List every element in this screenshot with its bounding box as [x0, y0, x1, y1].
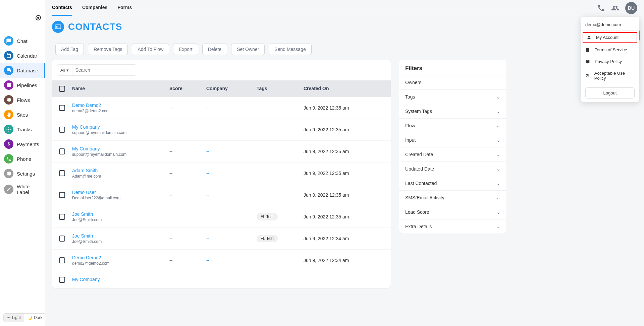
- search-input[interactable]: [72, 65, 137, 75]
- set-owner-button[interactable]: Set Owner: [231, 44, 265, 55]
- contact-name-link[interactable]: My Company: [72, 146, 169, 151]
- cell-company[interactable]: --: [206, 236, 257, 241]
- row-checkbox[interactable]: [59, 127, 65, 133]
- sidebar-item-calendar[interactable]: Calendar: [0, 48, 45, 63]
- col-tags[interactable]: Tags: [257, 86, 304, 92]
- tab-forms[interactable]: Forms: [117, 0, 132, 16]
- sidebar-item-settings[interactable]: Settings: [0, 166, 45, 181]
- menu-acceptable-use-policy[interactable]: Acceptable Use Policy: [581, 67, 639, 84]
- add-tag-button[interactable]: Add Tag: [55, 44, 84, 55]
- menu-item-label: Acceptable Use Policy: [594, 71, 635, 81]
- cell-created: Jun 9, 2022 12:35 am: [304, 105, 377, 111]
- export-button[interactable]: Export: [173, 44, 198, 55]
- filter-tags[interactable]: Tags⌄: [399, 89, 506, 104]
- menu-privacy-policy[interactable]: Privacy Policy: [581, 56, 639, 67]
- theme-dark-button[interactable]: 🌙 Dark: [24, 314, 46, 322]
- contact-email: support@myemaildomain.com: [72, 152, 169, 157]
- sidebar-item-chat[interactable]: Chat: [0, 34, 45, 48]
- contact-name-link[interactable]: Joe Smith: [72, 233, 169, 239]
- row-checkbox[interactable]: [59, 236, 65, 242]
- open-book-icon: [585, 59, 591, 64]
- filter-system-tags[interactable]: System Tags⌄: [399, 104, 506, 118]
- sidebar-item-payments[interactable]: $Payments: [0, 137, 45, 151]
- col-score[interactable]: Score: [169, 86, 206, 92]
- filter-last-contacted[interactable]: Last Contacted⌄: [399, 176, 506, 190]
- sidebar-item-label: Payments: [17, 141, 39, 147]
- cell-created: Jun 9, 2022 12:34 am: [304, 258, 377, 263]
- contact-name-link[interactable]: My Company: [72, 124, 169, 130]
- filter-flow[interactable]: Flow⌄: [399, 118, 506, 133]
- cell-company[interactable]: --: [206, 127, 257, 132]
- tab-contacts[interactable]: Contacts: [52, 0, 72, 16]
- sidebar-item-pipelines[interactable]: Pipelines: [0, 78, 45, 92]
- cell-company[interactable]: --: [206, 258, 257, 263]
- sidebar-item-label: Chat: [17, 38, 28, 44]
- chevron-down-icon: ⌄: [496, 209, 500, 215]
- filter-input[interactable]: Input⌄: [399, 133, 506, 147]
- phone-icon[interactable]: [597, 4, 605, 12]
- sidebar-item-white-label[interactable]: White Label: [0, 181, 45, 198]
- filter-label: Created Date: [405, 152, 433, 157]
- sidebar-item-phone[interactable]: Phone: [0, 151, 45, 166]
- chat-icon: [4, 36, 13, 46]
- sidebar-item-database[interactable]: Database: [0, 63, 45, 78]
- filter-extra-details[interactable]: Extra Details⌄: [399, 219, 506, 234]
- contacts-icon[interactable]: [611, 4, 619, 12]
- sidebar-item-label: Calendar: [17, 53, 37, 59]
- remove-tags-button[interactable]: Remove Tags: [88, 44, 128, 55]
- contact-name-link[interactable]: Demo Demo2: [72, 103, 169, 108]
- chevron-down-icon: ⌄: [496, 137, 500, 143]
- search-filter-dropdown[interactable]: All ▾: [57, 65, 72, 75]
- cell-company[interactable]: --: [206, 192, 257, 198]
- col-created[interactable]: Created On: [304, 86, 377, 92]
- contact-name-link[interactable]: My Company: [72, 277, 169, 282]
- filter-sms-email-activity[interactable]: SMS/Email Activity⌄: [399, 190, 506, 205]
- row-checkbox[interactable]: [59, 277, 65, 283]
- col-company[interactable]: Company: [206, 86, 257, 92]
- col-name[interactable]: Name: [72, 86, 169, 92]
- table-row: Joe SmithJoe@Smith.com -- -- FL Test Jun…: [52, 228, 391, 250]
- filter-updated-date[interactable]: Updated Date⌄: [399, 161, 506, 176]
- contact-name-link[interactable]: Demo User: [72, 190, 169, 195]
- row-checkbox[interactable]: [59, 148, 65, 154]
- select-all-checkbox[interactable]: [59, 86, 65, 92]
- user-menu-dropdown: demo@demo.com My AccountTerms of Service…: [581, 17, 639, 102]
- filter-created-date[interactable]: Created Date⌄: [399, 147, 506, 161]
- row-checkbox[interactable]: [59, 170, 65, 176]
- cell-company[interactable]: --: [206, 171, 257, 176]
- theme-light-button[interactable]: ☀ Light: [4, 314, 24, 322]
- filter-owners[interactable]: Owners: [399, 75, 506, 89]
- calendar-icon: [4, 51, 13, 60]
- cell-score: --: [169, 258, 206, 263]
- logout-button[interactable]: Logout: [585, 87, 635, 99]
- row-checkbox[interactable]: [59, 105, 65, 111]
- row-checkbox[interactable]: [59, 214, 65, 220]
- add-to-flow-button[interactable]: Add To Flow: [132, 44, 169, 55]
- filter-label: Extra Details: [405, 224, 432, 229]
- sidebar-item-tracks[interactable]: Tracks: [0, 122, 45, 137]
- contact-name-link[interactable]: Joe Smith: [72, 211, 169, 217]
- sidebar-item-sites[interactable]: Sites: [0, 107, 45, 122]
- filter-lead-score[interactable]: Lead Score⌄: [399, 205, 506, 219]
- sidebar-item-flows[interactable]: Flows: [0, 92, 45, 107]
- chevron-down-icon: ⌄: [496, 152, 500, 157]
- sidebar-collapse-toggle[interactable]: [36, 15, 41, 20]
- send-message-button[interactable]: Send Message: [269, 44, 311, 55]
- menu-my-account[interactable]: My Account: [582, 31, 638, 43]
- contact-name-link[interactable]: Adam Smith: [72, 168, 169, 173]
- row-checkbox[interactable]: [59, 257, 65, 263]
- cell-company[interactable]: --: [206, 149, 257, 154]
- filter-label: Input: [405, 137, 416, 143]
- filters-title: Filters: [399, 60, 506, 75]
- cell-company[interactable]: --: [206, 105, 257, 111]
- row-checkbox[interactable]: [59, 192, 65, 198]
- menu-terms-of-service[interactable]: Terms of Service: [581, 44, 639, 56]
- svg-point-1: [8, 129, 9, 130]
- contact-name-link[interactable]: Demo Demo2: [72, 255, 169, 260]
- delete-button[interactable]: Delete: [202, 44, 227, 55]
- user-avatar[interactable]: DU: [625, 2, 637, 14]
- cell-company[interactable]: --: [206, 214, 257, 219]
- tab-companies[interactable]: Companies: [82, 0, 107, 16]
- filter-label: System Tags: [405, 109, 432, 114]
- cell-score: --: [169, 127, 206, 132]
